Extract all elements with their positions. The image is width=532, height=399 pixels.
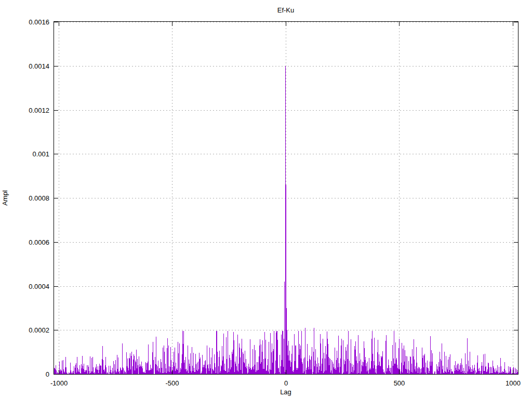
y-tick-label: 0.0012 (29, 107, 49, 114)
chart-title: Ef-Ku (277, 6, 295, 14)
y-tick-label: 0.0006 (29, 238, 49, 246)
tick-labels: -1000-5000500100000.00020.00040.00060.00… (29, 18, 521, 387)
x-tick-label: -500 (165, 379, 179, 387)
correlation-plot: Ef-Ku -1000-5000500100000.00020.00040.00… (0, 0, 532, 399)
y-axis-label: Ampl (1, 190, 9, 206)
x-tick-label: -1000 (50, 379, 68, 387)
y-tick-label: 0.0002 (29, 326, 49, 334)
data-series (55, 66, 518, 374)
x-axis-label: Lag (280, 388, 291, 396)
impulse-series (55, 66, 518, 374)
x-tick-label: 0 (284, 379, 288, 387)
y-tick-label: 0.0004 (29, 283, 49, 290)
y-tick-label: 0.0016 (29, 18, 49, 26)
x-tick-label: 500 (394, 379, 405, 387)
y-tick-label: 0.0014 (29, 62, 49, 70)
plot-window: Ef-Ku -1000-5000500100000.00020.00040.00… (0, 0, 532, 399)
x-tick-label: 1000 (506, 379, 521, 387)
y-tick-label: 0.001 (32, 150, 49, 158)
y-tick-label: 0 (46, 370, 49, 378)
y-tick-label: 0.0008 (29, 194, 49, 202)
